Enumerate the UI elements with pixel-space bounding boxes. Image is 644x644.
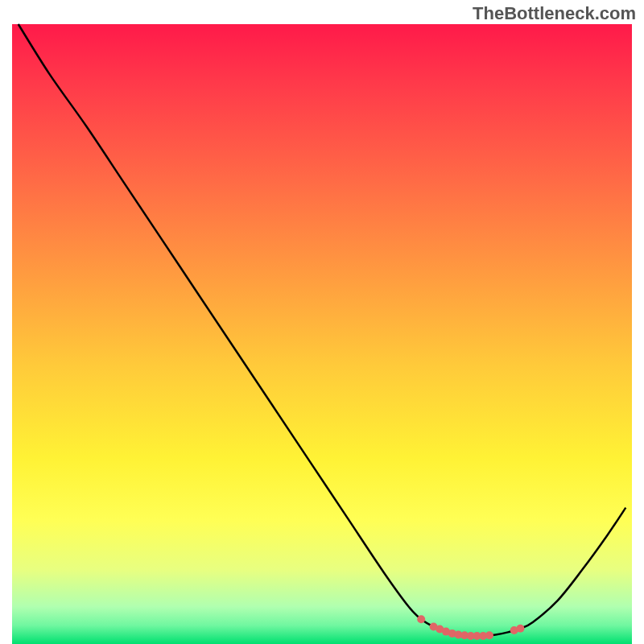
curve-marker bbox=[516, 625, 524, 633]
watermark-label: TheBottleneck.com bbox=[473, 3, 636, 24]
curve-marker bbox=[485, 631, 493, 639]
curve-marker bbox=[417, 615, 425, 623]
chart-canvas bbox=[0, 0, 644, 644]
plot-background bbox=[12, 24, 632, 644]
bottleneck-chart: TheBottleneck.com bbox=[0, 0, 644, 644]
